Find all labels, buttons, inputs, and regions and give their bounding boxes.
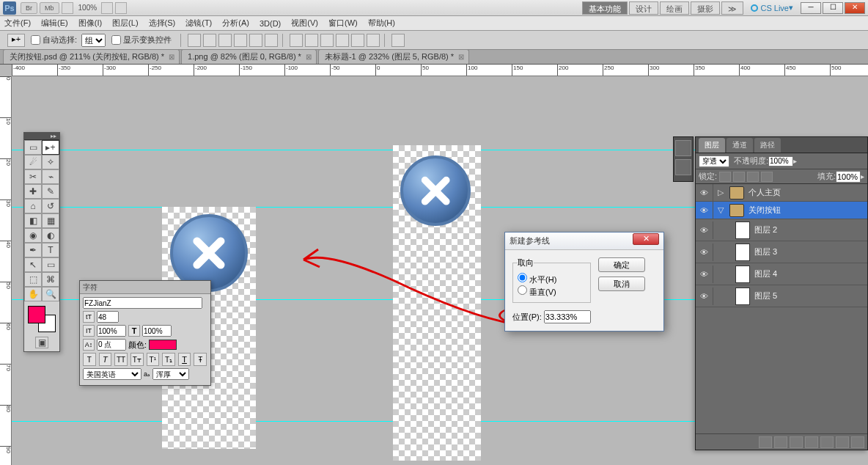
align-icon[interactable]	[265, 34, 278, 47]
hscale-field[interactable]	[97, 325, 126, 337]
cslive-button[interactable]: CS Live ▾	[751, 3, 793, 12]
blur-tool[interactable]: ◉	[24, 228, 42, 243]
layer-name[interactable]: 个人主页	[749, 187, 781, 198]
fx-icon[interactable]	[774, 436, 787, 448]
layer-row[interactable]: 👁▷个人主页	[696, 184, 867, 202]
menu-item[interactable]: 3D(D)	[260, 19, 281, 28]
dodge-tool[interactable]: ◐	[42, 228, 59, 243]
menu-item[interactable]: 滤镜(T)	[185, 18, 212, 29]
text-color[interactable]	[149, 340, 177, 350]
vscale-field[interactable]	[142, 325, 172, 337]
close-tab-icon[interactable]: ⊠	[169, 53, 174, 61]
menu-item[interactable]: 图像(I)	[78, 18, 102, 29]
minibar-icon[interactable]	[675, 159, 691, 175]
document-tab[interactable]: 未标题-1 @ 232% (图层 5, RGB/8) *⊠	[318, 49, 469, 64]
camera-tool[interactable]: ⌘	[42, 272, 59, 287]
shape-tool[interactable]: ▭	[42, 257, 59, 272]
distribute-icon[interactable]	[305, 34, 318, 47]
gradient-tool[interactable]: ▦	[42, 213, 59, 228]
close-tab-icon[interactable]: ⊠	[306, 53, 312, 61]
align-icon[interactable]	[203, 34, 216, 47]
wand-tool[interactable]: ✧	[42, 155, 59, 169]
vertical-radio[interactable]: 垂直(V)	[518, 288, 556, 296]
paths-tab[interactable]: 路径	[754, 138, 781, 153]
subscript-btn[interactable]: T₁	[162, 353, 175, 366]
history-brush-tool[interactable]: ↺	[42, 199, 59, 213]
smallcaps-btn[interactable]: Tᴛ	[130, 353, 144, 366]
showtransform-checkbox[interactable]	[111, 35, 121, 45]
lock-icon[interactable]	[747, 172, 759, 182]
3d-tool[interactable]: ⬚	[24, 272, 42, 287]
lasso-tool[interactable]: ☄	[24, 155, 42, 169]
menu-item[interactable]: 窗口(W)	[328, 18, 358, 29]
font-field[interactable]	[83, 297, 202, 309]
visibility-icon[interactable]: 👁	[696, 184, 713, 202]
aa-select[interactable]: 浑厚	[152, 368, 189, 380]
window-close[interactable]: ✕	[845, 2, 865, 14]
menu-item[interactable]: 文件(F)	[4, 18, 31, 29]
visibility-icon[interactable]: 👁	[696, 244, 713, 261]
panel-grip[interactable]: ▸▸	[24, 133, 59, 140]
crop-tool[interactable]: ✂	[24, 169, 42, 184]
ruler-vertical[interactable]: 0102030405060708090	[0, 76, 12, 465]
link-layers-icon[interactable]	[759, 436, 772, 448]
workspace-basic[interactable]: 基本功能	[582, 1, 628, 15]
allcaps-btn[interactable]: TT	[114, 353, 128, 366]
italic-btn[interactable]: T	[99, 353, 112, 366]
lang-select[interactable]: 美国英语	[83, 368, 141, 380]
document-tab[interactable]: 关闭按钮.psd @ 211% (关闭按钮, RGB/8) *⊠	[3, 49, 180, 64]
dialog-close[interactable]: ✕	[633, 233, 659, 245]
eraser-tool[interactable]: ◧	[24, 213, 42, 228]
distribute-icon[interactable]	[351, 34, 364, 47]
lock-icon[interactable]	[719, 172, 731, 182]
marquee-tool[interactable]: ▭	[24, 140, 42, 155]
ok-button[interactable]: 确定	[598, 257, 645, 272]
extras-icon[interactable]	[115, 2, 127, 14]
menu-item[interactable]: 帮助(H)	[368, 18, 395, 29]
distribute-icon[interactable]	[367, 34, 380, 47]
disclosure-icon[interactable]: ▷	[718, 188, 724, 197]
workspace-photo[interactable]: 摄影	[691, 1, 720, 15]
group-icon[interactable]	[820, 436, 834, 448]
zoom-tool[interactable]: 🔍	[42, 287, 59, 301]
pen-tool[interactable]: ✒	[24, 243, 42, 257]
layer-row[interactable]: 👁 图层 2	[696, 219, 867, 241]
layer-name[interactable]: 图层 4	[754, 268, 777, 279]
window-minimize[interactable]: ─	[801, 2, 821, 14]
align-icon[interactable]	[218, 34, 232, 47]
stamp-tool[interactable]: ⌂	[24, 199, 42, 213]
baseline-field[interactable]	[97, 339, 126, 351]
adjustment-icon[interactable]	[805, 436, 818, 448]
visibility-icon[interactable]: 👁	[696, 221, 713, 239]
heal-tool[interactable]: ✚	[24, 184, 42, 199]
move-tool-icon[interactable]: ▸+	[7, 34, 25, 47]
layer-row[interactable]: 👁 图层 5	[696, 285, 867, 307]
align-icon[interactable]	[249, 34, 262, 47]
visibility-icon[interactable]: 👁	[696, 288, 713, 305]
document-tab[interactable]: 1.png @ 82% (图层 0, RGB/8) *⊠	[181, 49, 317, 64]
blendmode-select[interactable]: 穿透	[699, 155, 729, 167]
distribute-icon[interactable]	[320, 34, 334, 47]
menu-item[interactable]: 视图(V)	[291, 18, 318, 29]
distribute-icon[interactable]	[336, 34, 349, 47]
color-swatch[interactable]	[26, 304, 57, 334]
layer-name[interactable]: 图层 2	[754, 224, 777, 235]
arrange-docs-icon[interactable]	[101, 2, 113, 14]
layer-name[interactable]: 图层 3	[754, 246, 777, 257]
workspace-paint[interactable]: 绘画	[660, 1, 689, 15]
autoalign-icon[interactable]	[391, 34, 405, 47]
layer-row[interactable]: 👁 图层 3	[696, 241, 867, 263]
fontsize-field[interactable]	[97, 311, 119, 323]
horizontal-radio[interactable]: 水平(H)	[518, 275, 556, 284]
menu-item[interactable]: 编辑(E)	[41, 18, 68, 29]
align-icon[interactable]	[188, 34, 201, 47]
mask-icon[interactable]	[790, 436, 803, 448]
bridge-button[interactable]: Br	[21, 2, 37, 14]
align-icon[interactable]	[234, 34, 247, 47]
path-tool[interactable]: ↖	[24, 257, 42, 272]
layers-tab[interactable]: 图层	[699, 138, 725, 153]
distribute-icon[interactable]	[290, 34, 303, 47]
position-field[interactable]	[544, 310, 591, 323]
fg-color[interactable]	[28, 306, 45, 323]
brush-tool[interactable]: ✎	[42, 184, 59, 199]
